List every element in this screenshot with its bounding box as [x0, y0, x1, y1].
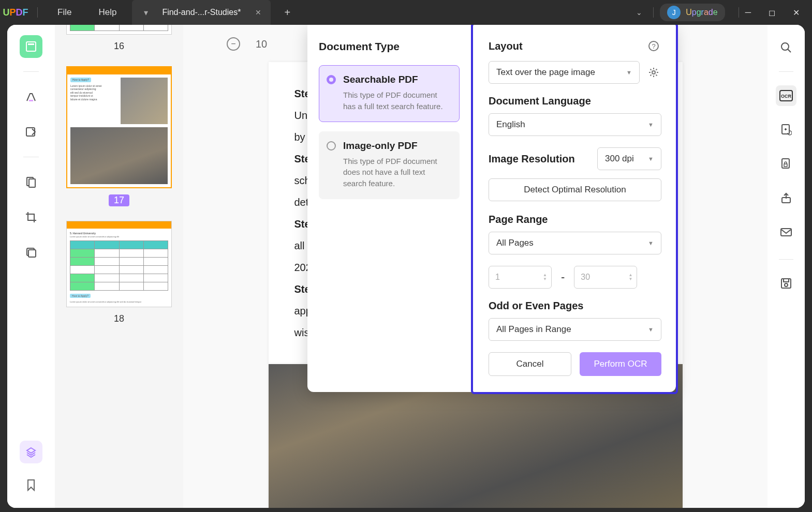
svg-point-8	[781, 43, 789, 50]
stepper-down-icon[interactable]: ▼	[543, 277, 547, 281]
window-controls: ─ ◻ ✕	[745, 8, 800, 18]
chevron-down-icon: ▼	[648, 156, 654, 162]
layout-select[interactable]: Text over the page image▼	[489, 61, 640, 84]
menu-file[interactable]: File	[44, 7, 85, 18]
stamp-tool[interactable]	[20, 241, 42, 264]
upgrade-button[interactable]: J Upgrade	[660, 4, 725, 21]
email-icon[interactable]	[776, 222, 796, 243]
doc-type-heading: Document Type	[319, 40, 460, 53]
right-tool-rail: OCR	[767, 25, 805, 508]
left-tool-rail	[7, 25, 55, 508]
close-window-icon[interactable]: ✕	[793, 8, 800, 18]
zoom-value: 10	[256, 38, 267, 50]
chevron-down-icon: ▼	[648, 122, 654, 128]
chevron-down-icon: ▼	[648, 326, 654, 333]
gear-icon[interactable]	[646, 65, 661, 80]
svg-rect-7	[28, 250, 36, 257]
thumbnail-label-current: 17	[109, 194, 129, 206]
help-icon[interactable]: ?	[646, 38, 661, 54]
document-tab[interactable]: ▾ Find-and-...r-Studies* ✕	[132, 0, 271, 25]
svg-rect-1	[28, 43, 34, 45]
thumbnail-panel[interactable]: 16 How to Apply?Lorem ipsum dolor sit am…	[55, 25, 183, 508]
language-select[interactable]: English▼	[489, 113, 661, 136]
ocr-panel: Document Type Searchable PDF This type o…	[307, 25, 676, 392]
layout-label: Layout	[489, 40, 523, 52]
layers-tool[interactable]	[20, 441, 42, 463]
chevron-down-icon: ▼	[626, 69, 632, 76]
thumbnail-page-17[interactable]: How to Apply?Lorem ipsum dolor sit ametc…	[66, 66, 172, 188]
close-tab-icon[interactable]: ✕	[255, 8, 261, 17]
highlight-tool[interactable]	[20, 85, 42, 108]
radio-selected-icon	[327, 75, 336, 84]
save-icon[interactable]	[776, 273, 796, 294]
tab-title: Find-and-...r-Studies*	[162, 8, 241, 17]
edit-text-tool[interactable]	[20, 121, 42, 143]
resolution-select[interactable]: 300 dpi▼	[597, 147, 661, 170]
tabs-overflow-icon[interactable]: ⌄	[631, 8, 647, 17]
doc-type-title: Searchable PDF	[343, 74, 450, 85]
range-from-input[interactable]: 1 ▲▼	[489, 266, 552, 289]
zoom-controls: − 10	[227, 37, 267, 51]
odd-even-value: All Pages in Range	[496, 324, 571, 335]
svg-rect-16	[781, 229, 791, 236]
svg-rect-3	[26, 128, 35, 136]
share-icon[interactable]	[776, 188, 796, 208]
new-tab-button[interactable]: +	[277, 7, 298, 19]
search-icon[interactable]	[776, 37, 796, 58]
separator	[653, 7, 654, 18]
convert-icon[interactable]	[776, 119, 796, 140]
ocr-doc-type-section: Document Type Searchable PDF This type o…	[307, 25, 471, 392]
thumbnails-tool[interactable]	[20, 35, 42, 58]
tab-menu-icon[interactable]: ▾	[141, 8, 151, 17]
odd-even-label: Odd or Even Pages	[489, 300, 661, 312]
layout-value: Text over the page image	[496, 67, 595, 78]
minimize-icon[interactable]: ─	[745, 8, 751, 18]
resolution-value: 300 dpi	[605, 154, 634, 164]
language-value: English	[496, 119, 525, 130]
thumbnail-page-16[interactable]	[66, 25, 172, 35]
app-logo: UPDF	[0, 0, 31, 25]
app-body: 16 How to Apply?Lorem ipsum dolor sit am…	[7, 25, 805, 508]
page-range-label: Page Range	[489, 214, 661, 225]
maximize-icon[interactable]: ◻	[769, 8, 775, 18]
range-to-value: 30	[581, 273, 590, 282]
thumbnail-label: 16	[114, 41, 124, 52]
separator	[37, 7, 38, 18]
doc-type-searchable[interactable]: Searchable PDF This type of PDF document…	[319, 65, 460, 122]
svg-rect-0	[26, 42, 36, 51]
user-avatar[interactable]: J	[667, 6, 681, 19]
doc-type-title: Image-only PDF	[343, 140, 450, 152]
menu-help[interactable]: Help	[85, 7, 130, 18]
zoom-out-icon[interactable]: −	[227, 37, 240, 51]
crop-tool[interactable]	[20, 206, 42, 229]
cancel-button[interactable]: Cancel	[489, 352, 571, 376]
doc-type-image-only[interactable]: Image-only PDF This type of PDF document…	[319, 131, 460, 199]
radio-unselected-icon	[327, 141, 336, 150]
thumbnail-page-18[interactable]: 5. Harvard University Lorem ipsum dolor …	[66, 221, 172, 307]
resolution-label: Image Resolution	[489, 153, 575, 165]
svg-rect-5	[29, 179, 35, 187]
detect-resolution-button[interactable]: Detect Optimal Resolution	[489, 178, 661, 201]
svg-point-19	[785, 283, 788, 287]
range-dash: -	[561, 270, 565, 284]
page-tools[interactable]	[20, 171, 42, 193]
page-range-value: All Pages	[496, 238, 534, 248]
protect-icon[interactable]	[776, 154, 796, 174]
perform-ocr-button[interactable]: Perform OCR	[580, 352, 661, 376]
odd-even-select[interactable]: All Pages in Range▼	[489, 318, 661, 341]
upgrade-label: Upgrade	[686, 8, 717, 17]
stepper-down-icon[interactable]: ▼	[628, 277, 632, 281]
chevron-down-icon: ▼	[648, 240, 654, 246]
thumbnail-label: 18	[114, 313, 124, 324]
range-to-input[interactable]: 30 ▲▼	[574, 266, 637, 289]
doc-type-desc: This type of PDF document does not have …	[343, 156, 450, 189]
svg-rect-18	[784, 279, 789, 282]
bookmarks-tool[interactable]	[20, 474, 42, 496]
doc-type-desc: This type of PDF document has a full tex…	[343, 89, 450, 112]
page-range-select[interactable]: All Pages▼	[489, 232, 661, 254]
ocr-tool[interactable]: OCR	[776, 85, 796, 106]
svg-text:?: ?	[652, 42, 655, 50]
range-from-value: 1	[495, 273, 500, 282]
svg-rect-2	[29, 100, 33, 101]
svg-line-9	[788, 49, 791, 52]
